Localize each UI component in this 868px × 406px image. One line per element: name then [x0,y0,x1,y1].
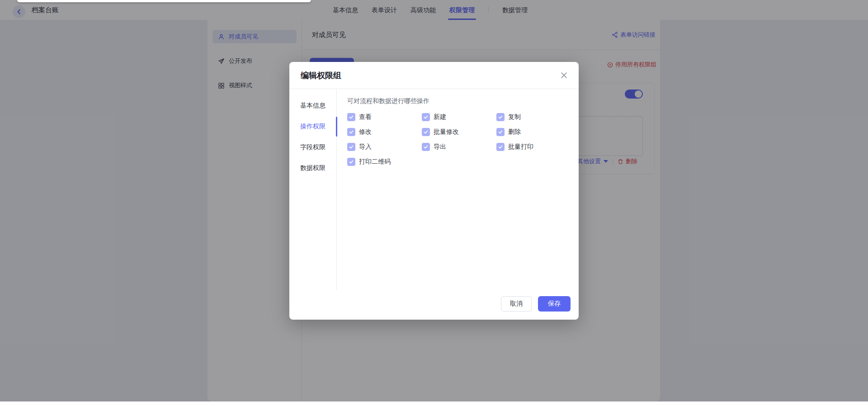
perm-label: 删除 [508,128,521,136]
dialog-nav-basic-info[interactable]: 基本信息 [289,95,336,116]
dialog-body: 基本信息 操作权限 字段权限 数据权限 可对流程和数据进行哪些操作 查看 新建 [289,89,579,290]
perm-batch-modify[interactable]: 批量修改 [422,127,496,137]
close-icon [561,72,567,79]
dialog-nav: 基本信息 操作权限 字段权限 数据权限 [289,89,337,290]
perm-label: 导出 [434,143,446,151]
close-button[interactable] [561,72,567,79]
cancel-button[interactable]: 取消 [501,296,532,312]
perm-modify[interactable]: 修改 [347,127,422,137]
dialog-title: 编辑权限组 [301,70,341,81]
perm-export[interactable]: 导出 [422,142,496,151]
perm-delete[interactable]: 删除 [496,127,570,137]
perm-label: 批量修改 [434,128,459,136]
perm-label: 新建 [434,113,446,121]
perm-label: 修改 [359,128,372,136]
perm-label: 查看 [359,113,372,121]
dialog-header: 编辑权限组 [289,62,579,89]
checkbox-checked-icon [422,143,430,151]
perm-import[interactable]: 导入 [347,142,422,151]
dialog-nav-field-permission[interactable]: 字段权限 [289,137,336,158]
browser-popup-edge [17,0,311,2]
perm-copy[interactable]: 复制 [496,113,570,122]
perm-label: 批量打印 [508,143,533,151]
dialog-nav-operation-permission[interactable]: 操作权限 [289,116,336,137]
permission-section-heading: 可对流程和数据进行哪些操作 [347,97,570,105]
permission-grid: 查看 新建 复制 修改 [347,113,570,166]
perm-batch-print[interactable]: 批量打印 [496,142,570,151]
save-button[interactable]: 保存 [538,296,571,312]
checkbox-checked-icon [347,128,355,136]
operation-permission-pane: 可对流程和数据进行哪些操作 查看 新建 复制 [337,89,579,290]
checkbox-checked-icon [496,128,505,136]
checkbox-checked-icon [347,113,355,121]
perm-print-qrcode[interactable]: 打印二维码 [347,157,422,166]
perm-label: 复制 [508,113,521,121]
edit-permission-group-dialog: 编辑权限组 基本信息 操作权限 字段权限 数据权限 可对流程和数据进行哪些操作 [289,62,579,320]
checkbox-checked-icon [347,158,355,166]
dialog-footer: 取消 保存 [501,296,571,312]
checkbox-checked-icon [422,128,430,136]
perm-label: 导入 [359,143,372,151]
screen: 档案台账 基本信息 表单设计 高级功能 权限管理 数据管理 [0,0,868,406]
checkbox-checked-icon [422,113,430,121]
dialog-nav-data-permission[interactable]: 数据权限 [289,158,336,179]
checkbox-checked-icon [347,143,355,151]
perm-label: 打印二维码 [359,158,391,166]
checkbox-checked-icon [496,113,505,121]
perm-view[interactable]: 查看 [347,113,422,122]
perm-create[interactable]: 新建 [422,113,496,122]
checkbox-checked-icon [496,143,505,151]
